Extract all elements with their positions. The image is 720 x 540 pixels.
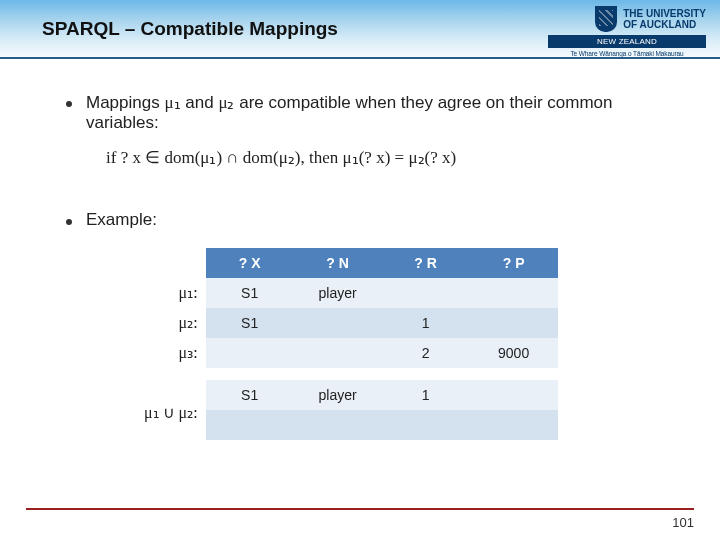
table-row: S1 player [206,278,558,308]
table-row: 2 9000 [206,338,558,368]
crest-icon [595,6,617,32]
bullet-dot-icon [66,101,72,107]
table-row-union: S1 player 1 [206,380,558,410]
slide-content: Mappings μ₁ and μ₂ are compatible when t… [0,58,720,440]
university-bar: NEW ZEALAND [548,35,706,48]
university-maori: Te Whare Wānanga o Tāmaki Makaurau [548,50,706,57]
mu2-label: μ₂: [144,308,198,338]
table-row: S1 1 [206,308,558,338]
page-number: 101 [672,515,694,530]
slide-title: SPARQL – Compatible Mappings [42,18,338,40]
mu3-label: μ₃: [144,338,198,368]
bullet-2-text: Example: [86,210,157,230]
bullet-1: Mappings μ₁ and μ₂ are compatible when t… [66,92,670,192]
condition-line: if ? x ∈ dom(μ₁) ∩ dom(μ₂), then μ₁(? x)… [106,147,670,168]
bullet-dot-icon [66,219,72,225]
example-table-wrap: μ₁: μ₂: μ₃: μ₁ ∪ μ₂: ? X ? N ? R ? P S1 … [144,248,670,440]
spacer-row [206,368,558,380]
mu1-label: μ₁: [144,278,198,308]
col-n: ? N [294,248,382,278]
mu-labels-column: μ₁: μ₂: μ₃: μ₁ ∪ μ₂: [144,248,198,428]
col-p: ? P [470,248,558,278]
slide-header: SPARQL – Compatible Mappings THE UNIVERS… [0,0,720,58]
mu-union-label: μ₁ ∪ μ₂: [144,398,198,428]
bullet-2: Example: [66,210,670,230]
university-logo: THE UNIVERSITY OF AUCKLAND NEW ZEALAND T… [548,6,706,57]
mappings-table: ? X ? N ? R ? P S1 player S1 1 [206,248,558,440]
table-header-row: ? X ? N ? R ? P [206,248,558,278]
table-row-blank [206,410,558,440]
col-x: ? X [206,248,294,278]
col-r: ? R [382,248,470,278]
footer-rule [26,508,694,510]
bullet-1-text: Mappings μ₁ and μ₂ are compatible when t… [86,92,670,192]
university-name: THE UNIVERSITY OF AUCKLAND [623,8,706,30]
